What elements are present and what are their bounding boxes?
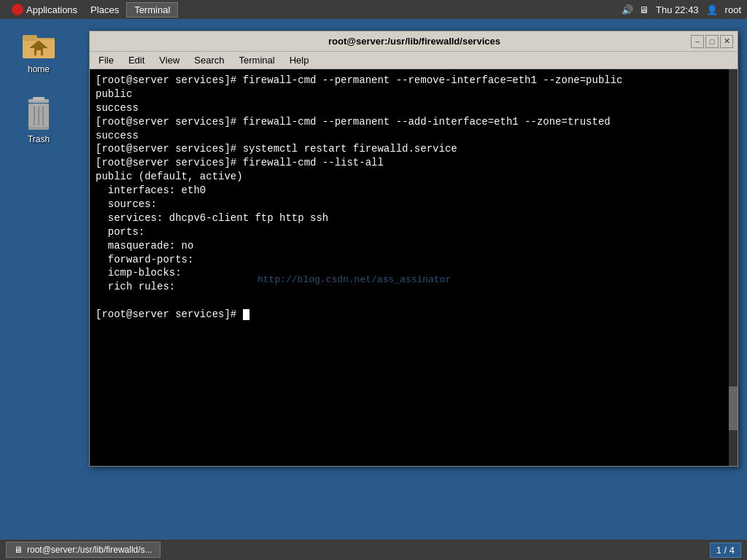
places-label: Places (90, 4, 119, 15)
terminal-task-label: root@server:/usr/lib/firewalld/s... (27, 545, 152, 555)
taskbar-bottom-left: 🖥 root@server:/usr/lib/firewalld/s... (6, 542, 160, 558)
svg-rect-5 (36, 50, 41, 55)
bottom-task-item[interactable]: 🖥 root@server:/usr/lib/firewalld/s... (6, 542, 160, 558)
clock: Thu 22:43 (656, 4, 699, 15)
volume-icon[interactable]: 🔊 (622, 4, 633, 15)
user-icon: 👤 (706, 4, 718, 15)
taskbar-top: Applications Places Terminal 🔊 🖥 Thu 22:… (0, 0, 747, 19)
home-icon-img (21, 26, 56, 61)
menu-search[interactable]: Search (188, 53, 230, 67)
menu-file[interactable]: File (93, 53, 120, 67)
trash-icon-img (21, 96, 56, 131)
titlebar-buttons: − □ ✕ (691, 35, 733, 48)
terminal-cursor (243, 309, 249, 320)
desktop-icons: home Trash (13, 26, 64, 144)
trash-svg (23, 96, 55, 131)
terminal-menu[interactable]: Terminal (126, 2, 178, 18)
terminal-menubar: File Edit View Search Terminal Help (90, 52, 738, 69)
home-folder-icon[interactable]: home (13, 26, 64, 74)
taskbar-left: Applications Places Terminal (6, 2, 178, 18)
scrollbar[interactable] (729, 69, 738, 466)
watermark: http://blog.csdn.net/ass_assinator (258, 273, 451, 287)
menu-terminal[interactable]: Terminal (233, 53, 281, 67)
places-menu[interactable]: Places (85, 3, 125, 17)
svg-rect-14 (28, 127, 49, 130)
terminal-window: root@server:/usr/lib/firewalld/services … (89, 31, 738, 467)
close-button[interactable]: ✕ (720, 35, 733, 48)
app-logo-icon (12, 4, 23, 15)
applications-label: Applications (26, 4, 77, 15)
terminal-label: Terminal (134, 4, 170, 15)
pager[interactable]: 1 / 4 (710, 542, 741, 558)
terminal-title: root@server:/usr/lib/firewalld/services (138, 36, 691, 47)
trash-icon-label: Trash (28, 134, 50, 144)
sys-tray: 🔊 🖥 (622, 4, 649, 15)
username: root (725, 4, 741, 15)
menu-edit[interactable]: Edit (123, 53, 150, 67)
menu-view[interactable]: View (153, 53, 185, 67)
applications-menu[interactable]: Applications (6, 2, 83, 17)
svg-rect-9 (33, 97, 44, 101)
terminal-task-icon: 🖥 (14, 545, 23, 555)
taskbar-bottom: 🖥 root@server:/usr/lib/firewalld/s... 1 … (0, 540, 747, 560)
scrollbar-thumb[interactable] (729, 386, 738, 430)
taskbar-right: 🔊 🖥 Thu 22:43 👤 root (622, 4, 741, 15)
terminal-titlebar: root@server:/usr/lib/firewalld/services … (90, 31, 738, 52)
menu-help[interactable]: Help (284, 53, 315, 67)
home-icon-label: home (28, 64, 50, 74)
svg-rect-2 (23, 35, 37, 41)
display-icon[interactable]: 🖥 (639, 4, 649, 15)
terminal-body[interactable]: [root@server services]# firewall-cmd --p… (90, 69, 738, 466)
minimize-button[interactable]: − (691, 35, 704, 48)
home-folder-svg (21, 28, 56, 60)
trash-icon[interactable]: Trash (13, 96, 64, 144)
maximize-button[interactable]: □ (705, 35, 719, 48)
